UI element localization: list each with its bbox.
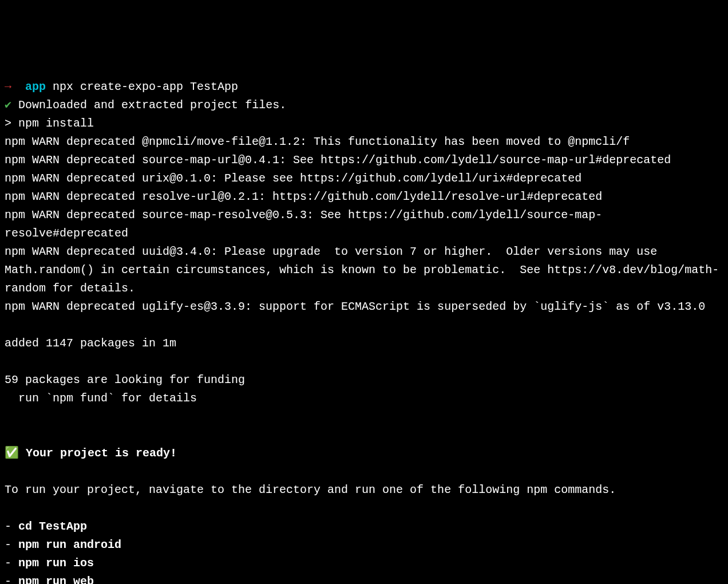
ready-line: ✅ Your project is ready!: [5, 444, 723, 463]
prompt-command: npx create-expo-app TestApp: [53, 80, 238, 93]
command-text: npm run ios: [18, 557, 94, 570]
blank-line: [5, 353, 723, 371]
prompt-line: → app npx create-expo-app TestApp: [5, 78, 723, 96]
prompt-arrow-icon: →: [5, 80, 11, 93]
npm-install-line: > npm install: [5, 115, 723, 133]
prompt-cwd: app: [25, 80, 46, 93]
check-icon: ✔: [5, 98, 11, 112]
bullet: -: [5, 538, 18, 551]
warning-line: npm WARN deprecated uglify-es@3.3.9: sup…: [5, 298, 723, 316]
blank-line: [5, 426, 723, 444]
funding-line-1: 59 packages are looking for funding: [5, 371, 723, 389]
download-line: ✔ Downloaded and extracted project files…: [5, 96, 723, 115]
command-list-item: - npm run android: [5, 536, 723, 554]
terminal-output[interactable]: → app npx create-expo-app TestApp✔ Downl…: [5, 78, 723, 584]
warning-line: npm WARN deprecated source-map-url@0.4.1…: [5, 151, 723, 169]
blank-line: [5, 316, 723, 334]
command-list-item: - cd TestApp: [5, 518, 723, 536]
warning-line: npm WARN deprecated uuid@3.4.0: Please u…: [5, 243, 723, 298]
bullet: -: [5, 557, 18, 570]
added-packages-line: added 1147 packages in 1m: [5, 334, 723, 353]
command-text: cd TestApp: [18, 520, 87, 533]
download-text: Downloaded and extracted project files.: [18, 98, 286, 112]
blank-line: [5, 408, 723, 426]
instructions-line: To run your project, navigate to the dir…: [5, 481, 723, 499]
check-emoji-icon: ✅: [5, 444, 19, 463]
ready-text: Your project is ready!: [26, 447, 177, 460]
warning-line: npm WARN deprecated resolve-url@0.2.1: h…: [5, 188, 723, 206]
warning-line: npm WARN deprecated @npmcli/move-file@1.…: [5, 133, 723, 151]
warning-line: npm WARN deprecated urix@0.1.0: Please s…: [5, 169, 723, 188]
bullet: -: [5, 520, 18, 533]
command-list-item: - npm run ios: [5, 554, 723, 573]
bullet: -: [5, 575, 18, 584]
funding-line-2: run `npm fund` for details: [5, 389, 723, 408]
command-text: npm run web: [18, 575, 94, 584]
command-text: npm run android: [18, 538, 121, 551]
blank-line: [5, 463, 723, 481]
command-list-item: - npm run web: [5, 573, 723, 584]
blank-line: [5, 499, 723, 518]
warning-line: npm WARN deprecated source-map-resolve@0…: [5, 206, 723, 243]
